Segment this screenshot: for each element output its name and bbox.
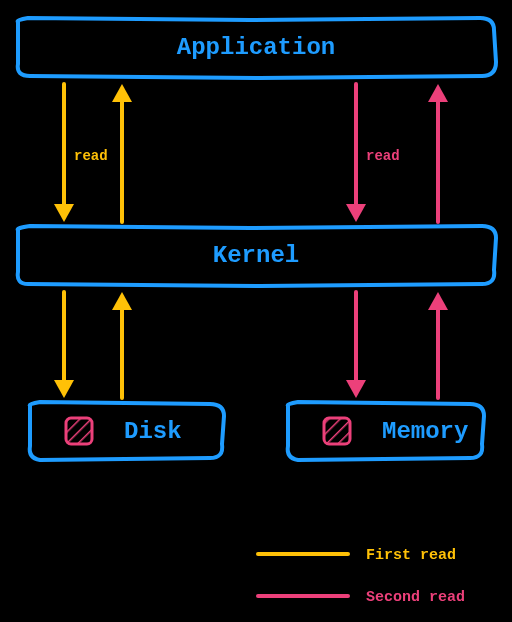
disk-icon xyxy=(66,418,92,444)
disk-label: Disk xyxy=(124,418,182,445)
kernel-label: Kernel xyxy=(213,242,299,269)
svg-marker-13 xyxy=(112,292,132,310)
arrow-kernel-memory-down xyxy=(346,292,366,398)
svg-marker-11 xyxy=(54,380,74,398)
memory-icon xyxy=(324,418,350,444)
svg-marker-3 xyxy=(54,204,74,222)
legend-first-label: First read xyxy=(366,547,456,564)
legend-second-label: Second read xyxy=(366,589,465,606)
arrow-memory-kernel-up xyxy=(428,292,448,398)
arrow-disk-kernel-up xyxy=(112,292,132,398)
arrow-app-kernel-down-second xyxy=(346,84,366,222)
memory-label: Memory xyxy=(382,418,468,445)
svg-marker-9 xyxy=(428,84,448,102)
legend: First read Second read xyxy=(258,547,465,606)
svg-marker-15 xyxy=(346,380,366,398)
application-label: Application xyxy=(177,34,335,61)
read-label-first: read xyxy=(74,148,108,164)
arrow-app-kernel-down-first xyxy=(54,84,74,222)
svg-marker-17 xyxy=(428,292,448,310)
svg-marker-7 xyxy=(346,204,366,222)
arrow-kernel-app-up-second xyxy=(428,84,448,222)
read-label-second: read xyxy=(366,148,400,164)
arrow-kernel-app-up-first xyxy=(112,84,132,222)
svg-marker-5 xyxy=(112,84,132,102)
arrow-kernel-disk-down xyxy=(54,292,74,398)
